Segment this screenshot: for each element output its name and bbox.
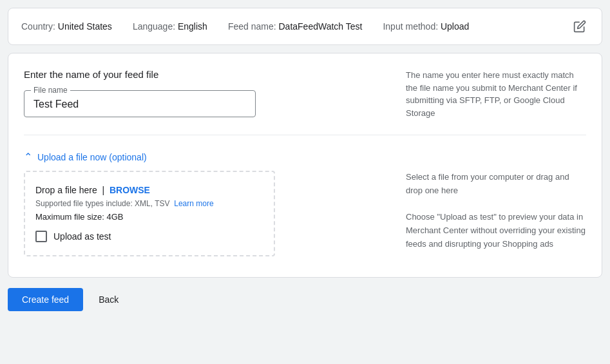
file-name-help: The name you enter here must exactly mat… [406,69,586,119]
upload-left: Drop a file here | BROWSE Supported file… [24,171,390,256]
upload-as-test-checkbox[interactable] [35,231,47,242]
upload-as-test-label[interactable]: Upload as test [35,231,263,242]
upload-toggle-label: Upload a file now (optional) [37,152,147,162]
file-name-input[interactable] [33,99,246,110]
browse-link[interactable]: BROWSE [110,185,150,195]
feedname-info: Feed name: DataFeedWatch Test [228,21,363,32]
file-name-left: Enter the name of your feed file File na… [24,69,390,119]
learn-more-link[interactable]: Learn more [174,199,213,208]
drop-zone[interactable]: Drop a file here | BROWSE Supported file… [24,171,275,256]
upload-content-row: Drop a file here | BROWSE Supported file… [24,171,586,256]
supported-types-text: Supported file types include: XML, TSV L… [35,199,263,208]
upload-as-test-text: Upload as test [53,231,111,242]
top-info-bar: Country: United States Language: English… [8,8,602,45]
create-feed-button[interactable]: Create feed [8,288,83,311]
back-button[interactable]: Back [93,288,124,311]
language-info: Language: English [133,21,207,32]
max-size-text: Maximum file size: 4GB [35,212,263,222]
file-name-field-wrapper: File name [24,90,256,117]
footer-bar: Create feed Back [8,285,602,314]
divider [24,135,586,135]
upload-toggle[interactable]: ⌃ Upload a file now (optional) [24,151,586,163]
drop-zone-text: Drop a file here | BROWSE [35,185,263,195]
file-name-section: Enter the name of your feed file File na… [24,69,586,119]
upload-section: ⌃ Upload a file now (optional) Drop a fi… [24,151,586,256]
upload-help: Select a file from your computer or drag… [406,171,586,256]
upload-help-line1: Select a file from your computer or drag… [406,171,586,198]
edit-button[interactable] [571,17,589,35]
file-name-heading: Enter the name of your feed file [24,69,390,80]
file-name-label: File name [31,86,70,95]
country-info: Country: United States [21,21,112,32]
upload-help-line2: Choose "Upload as test" to preview your … [406,211,586,251]
chevron-up-icon: ⌃ [24,151,32,163]
main-card: Enter the name of your feed file File na… [8,53,602,278]
inputmethod-info: Input method: Upload [383,21,469,32]
pencil-icon [573,20,586,33]
